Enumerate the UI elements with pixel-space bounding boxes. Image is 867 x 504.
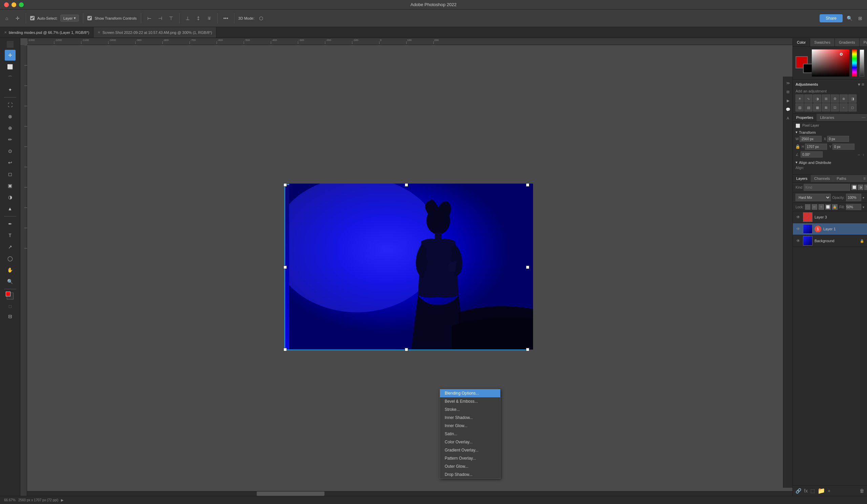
adjustments-collapse-icon[interactable]: ▾ [858,82,860,87]
home-icon[interactable]: ⌂ [3,14,11,22]
h-scroll-thumb[interactable] [257,492,324,496]
auto-select-checkbox[interactable] [30,16,34,20]
gradients-tab[interactable]: Gradients [835,38,859,46]
lock-all-btn[interactable]: 🔒 [832,204,837,210]
handle-bottom-right[interactable] [526,348,529,351]
delete-layer-icon[interactable]: 🗑 [859,488,864,493]
adjustments-menu-icon[interactable]: ≡ [861,82,864,87]
lock-transparent-btn[interactable]: ⬚ [805,204,811,210]
ctx-gradient-overlay[interactable]: Gradient Overlay... [440,446,500,454]
adj-curves[interactable]: ∿ [804,95,813,103]
move-tool[interactable]: ✛ [5,50,15,61]
swatches-tab[interactable]: Swatches [810,38,835,46]
opacity-input[interactable] [846,194,861,201]
new-group-icon[interactable]: 📁 [817,487,825,494]
gradient-tool[interactable]: ▣ [5,180,15,191]
link-layers-icon[interactable]: 🔗 [795,488,801,493]
status-arrow[interactable]: ▶ [61,498,64,502]
adj-posterize[interactable]: ⊡ [831,103,839,111]
layers-menu-icon[interactable]: ≡ [862,175,867,182]
fr-icon-2[interactable]: ▶ [784,97,792,104]
handle-middle-right[interactable] [526,266,529,269]
ctx-inner-shadow[interactable]: Inner Shadow... [440,414,500,422]
share-button[interactable]: Share [820,14,843,22]
screen-mode-btn[interactable]: ⊟ [5,311,15,322]
layer-item-bg[interactable]: 👁 Background 🔒 [793,235,867,247]
align-top-icon[interactable]: ⊥ [184,14,192,22]
ctx-outer-glow[interactable]: Outer Glow... [440,462,500,471]
bg-visibility[interactable]: 👁 [795,238,801,244]
transform-lock-icon[interactable]: 🔒 [795,143,800,150]
handle-top-center[interactable] [405,183,408,186]
shape-tool[interactable]: ◯ [5,253,15,264]
ctx-color-overlay[interactable]: Color Overlay... [440,438,500,446]
foreground-color-swatch[interactable] [6,292,11,296]
fr-icon-4[interactable]: A [784,115,792,122]
align-right-icon[interactable]: ⊤ [167,14,175,22]
show-transform-checkbox[interactable] [87,16,92,20]
color-gradient-field[interactable] [812,50,849,77]
lock-position-btn[interactable]: ✛ [818,204,824,210]
handle-bottom-left[interactable] [283,348,287,351]
layer-item-1[interactable]: 👁 1 Layer 1 [793,223,867,235]
ctx-blending-options[interactable]: Blending Options... [440,389,500,397]
search-icon[interactable]: 🔍 [845,14,854,22]
magic-wand-tool[interactable]: ✦ [5,84,15,95]
width-input[interactable] [800,136,822,142]
ctx-bevel-emboss[interactable]: Bevel & Emboss... [440,397,500,405]
new-layer-icon[interactable]: + [828,488,831,493]
tab-close-1[interactable]: ✕ [98,31,100,34]
handle-middle-left[interactable] [283,266,287,269]
adj-vibrance[interactable]: ⊞ [822,95,830,103]
marquee-tool[interactable]: ⬜ [5,61,15,72]
threed-icon[interactable]: ⬡ [257,14,265,22]
y-input[interactable] [833,143,855,150]
hand-tool[interactable]: ✋ [5,265,15,275]
adj-invert[interactable]: ⊠ [822,103,830,111]
ctx-stroke[interactable]: Stroke... [440,405,500,414]
align-center-h-icon[interactable]: ⊣ [156,14,164,22]
heal-tool[interactable]: ⊕ [5,122,15,133]
zoom-icon[interactable]: ⊞ [856,14,864,22]
quick-mask-btn[interactable]: ⬚ [6,302,14,310]
more-options-icon[interactable]: ••• [222,14,230,22]
crop-tool[interactable]: ⛶ [5,99,15,110]
fill-input[interactable] [846,204,861,210]
lasso-tool[interactable]: ⌒ [5,73,15,84]
lock-pixels-btn[interactable]: ✏ [812,204,817,210]
tab-close-0[interactable]: ✕ [4,31,7,34]
channels-tab-btn[interactable]: Channels [811,175,833,182]
history-brush-tool[interactable]: ↩ [5,157,15,168]
handle-top-right[interactable] [526,183,529,186]
adj-color-lookup[interactable]: ▦ [813,103,821,111]
align-left-icon[interactable]: ⊢ [145,14,153,22]
height-input[interactable] [805,143,827,150]
alpha-slider[interactable] [859,50,864,77]
close-button[interactable] [4,2,9,7]
adj-bw[interactable]: ◨ [848,95,856,103]
handle-bottom-center[interactable] [405,348,408,351]
canvas-area[interactable]: -1300 -1200 -1100 -1000 -900 -800 -700 -… [20,38,792,496]
angle-input[interactable] [801,151,823,158]
align-bottom-icon[interactable]: ∓ [205,14,213,22]
pen-tool[interactable]: ✒ [5,218,15,229]
add-style-icon[interactable]: fx [804,488,808,493]
maximize-button[interactable] [19,2,24,7]
layers-search-input[interactable] [804,184,850,191]
add-mask-icon[interactable]: ⬚ [811,488,815,493]
ctx-pattern-overlay[interactable]: Pattern Overlay... [440,454,500,462]
layer-item-3[interactable]: 👁 Layer 3 [793,211,867,223]
adj-brightness[interactable]: ☀ [795,95,804,103]
tab-0[interactable]: ✕ blending modes.psd @ 66.7% (Layer 1, R… [0,27,94,37]
clone-tool[interactable]: ⊙ [5,146,15,157]
adj-threshold[interactable]: ▫ [839,103,848,111]
background-color-swatch[interactable] [7,293,13,299]
handle-top-left[interactable] [283,183,287,186]
brush-tool[interactable]: ✏ [5,134,15,145]
adj-exposure[interactable]: ◑ [813,95,821,103]
libraries-tab[interactable]: Libraries [816,114,837,121]
adj-hsl[interactable]: ⚙ [831,95,839,103]
adj-color-balance[interactable]: ⊗ [839,95,848,103]
ctx-satin[interactable]: Satin... [440,430,500,438]
panel-collapse-icon[interactable]: ≫ [784,79,792,87]
